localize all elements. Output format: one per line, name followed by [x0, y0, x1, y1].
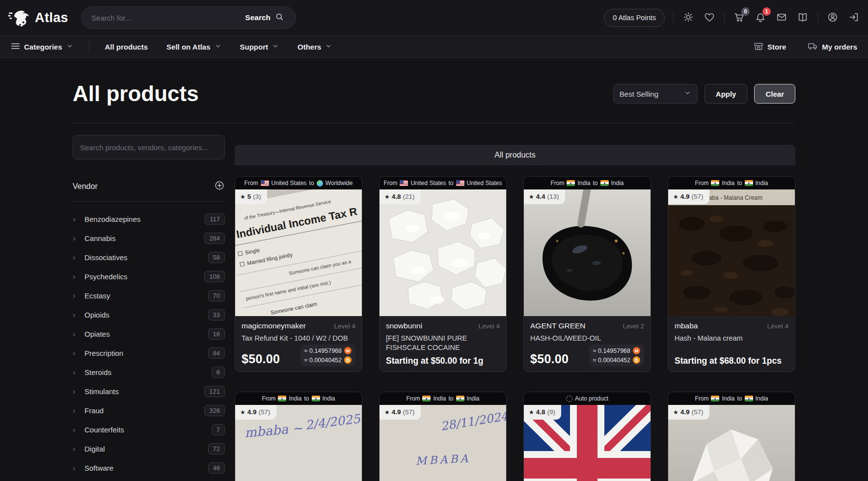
category-stimulants[interactable]: Stimulants121: [73, 382, 225, 401]
nav-my-orders[interactable]: My orders: [805, 41, 860, 53]
product-card[interactable]: From India to India Mbaba - Malana Cream: [668, 176, 795, 372]
category-psychedelics[interactable]: Psychedelics108: [73, 267, 225, 286]
product-info: magicmoneymaker Level 4 Tax Refund Kit -…: [235, 316, 362, 372]
category-digital[interactable]: Digital72: [73, 439, 225, 458]
apply-button[interactable]: Apply: [705, 84, 748, 104]
account-button[interactable]: [826, 11, 839, 25]
chevron-down-icon: [272, 43, 279, 51]
add-vendor-filter-button[interactable]: [214, 180, 225, 192]
bitcoin-icon: [344, 356, 352, 364]
category-fraud[interactable]: Fraud326: [73, 401, 225, 420]
product-price: $50.00: [242, 352, 280, 366]
chevron-right-icon: [73, 311, 81, 319]
product-card[interactable]: From India to India: [668, 392, 795, 481]
rating-badge: 4.9 (57): [235, 405, 276, 420]
header-search[interactable]: Search: [81, 6, 296, 29]
vendor-name[interactable]: AGENT GREEN: [530, 321, 586, 330]
starting-price: Starting at $68.00 for 1pcs: [675, 356, 788, 366]
route-from-name: India: [577, 180, 590, 187]
guides-button[interactable]: [796, 11, 809, 25]
product-card[interactable]: Auto product: [523, 392, 651, 481]
favorites-button[interactable]: [703, 11, 716, 25]
filter-sidebar: Vendor Benzodiazepines117 Cannabis284 Di…: [73, 135, 225, 478]
logout-icon: [848, 12, 859, 24]
product-image[interactable]: mbaba ~ 2/4/2025: [235, 405, 362, 481]
theme-toggle-button[interactable]: [682, 11, 695, 25]
review-count: (9): [547, 408, 556, 416]
chevron-right-icon: [73, 426, 81, 434]
auto-product-header: Auto product: [524, 392, 651, 405]
category-count: 326: [204, 405, 225, 416]
rating-badge: 4.9 (57): [668, 405, 709, 420]
notifications-button[interactable]: 1: [754, 11, 767, 25]
category-benzodiazepines[interactable]: Benzodiazepines117: [73, 210, 225, 229]
product-title[interactable]: HASH-OIL/WEED-OIL: [530, 334, 644, 343]
search-icon: [275, 12, 284, 23]
shipping-route: From India to India: [524, 177, 651, 189]
product-image[interactable]: 28/11/2024 MBABA 4.9 (57): [380, 405, 506, 481]
product-image[interactable]: Mbaba - Malana Cream: [668, 189, 795, 316]
category-ecstasy[interactable]: Ecstasy70: [73, 286, 225, 305]
divider: [673, 12, 674, 24]
product-title[interactable]: Tax Refund Kit - 1040 / W2 / DOB: [242, 334, 355, 343]
header-search-input[interactable]: [90, 13, 237, 23]
category-count: 70: [208, 290, 225, 301]
nav-support[interactable]: Support: [237, 42, 282, 52]
nav-others[interactable]: Others: [295, 42, 335, 52]
category-opiates[interactable]: Opiates16: [73, 324, 225, 344]
route-from-word: From: [550, 180, 564, 187]
filter-search-input[interactable]: [73, 135, 225, 160]
sort-select[interactable]: Best Selling: [613, 84, 698, 104]
grid-tab-all-products[interactable]: All products: [235, 145, 795, 165]
route-to-word: to: [309, 180, 314, 187]
india-flag-icon: [745, 180, 753, 186]
nav-store[interactable]: Store: [751, 41, 789, 53]
product-image[interactable]: 4.8 (21): [380, 189, 506, 316]
vendor-name[interactable]: snowbunni: [386, 321, 422, 330]
category-counterfeits[interactable]: Counterfeits7: [73, 420, 225, 439]
messages-button[interactable]: [775, 11, 788, 25]
category-count: 284: [204, 233, 225, 244]
cart-count-badge: 0: [741, 7, 750, 16]
product-card[interactable]: From India to India: [523, 176, 651, 372]
category-dissociatives[interactable]: Dissociatives58: [73, 248, 225, 267]
product-image[interactable]: 4.8 (9): [524, 405, 651, 481]
category-steroids[interactable]: Steroids6: [73, 363, 225, 382]
truck-icon: [808, 41, 818, 53]
category-cannabis[interactable]: Cannabis284: [73, 229, 225, 248]
mail-icon: [776, 12, 787, 24]
product-image[interactable]: of the Treasury—Internal Revenue Service…: [235, 189, 362, 316]
chevron-right-icon: [73, 387, 81, 396]
vendor-name[interactable]: magicmoneymaker: [242, 321, 306, 330]
vendor-name[interactable]: mbaba: [675, 321, 698, 330]
sun-icon: [683, 12, 694, 24]
store-icon: [754, 41, 763, 53]
atlas-points-pill[interactable]: 0 Atlas Points: [604, 9, 665, 27]
product-image[interactable]: 4.4 (13): [524, 189, 651, 316]
product-image[interactable]: 4.9 (57): [668, 405, 795, 481]
search-button[interactable]: Search: [242, 12, 287, 24]
product-card[interactable]: From India to India mbaba ~ 2/4/2025: [235, 392, 362, 481]
nav-categories[interactable]: Categories: [8, 42, 76, 52]
brand[interactable]: Atlas: [8, 8, 68, 27]
logout-button[interactable]: [847, 11, 860, 25]
rating-badge: 4.4 (13): [524, 189, 565, 204]
cart-button[interactable]: 0: [733, 11, 746, 25]
category-opioids[interactable]: Opioids33: [73, 305, 225, 324]
product-card[interactable]: From India to India 28/11/2024 MBABA: [379, 392, 507, 481]
category-software[interactable]: Software46: [73, 458, 225, 478]
product-card[interactable]: From United States to Worldwide of the T: [235, 176, 362, 372]
nav-all-products[interactable]: All products: [102, 42, 151, 52]
category-prescription[interactable]: Prescription84: [73, 344, 225, 363]
route-to-name: India: [467, 395, 480, 402]
nav-sell-on-atlas[interactable]: Sell on Atlas: [163, 42, 224, 52]
product-title[interactable]: Hash - Malana cream: [675, 334, 788, 343]
rating-value: 4.9: [392, 408, 401, 416]
category-count: 33: [208, 309, 225, 321]
route-to-word: to: [448, 395, 453, 402]
products-section: All products From United States to World…: [235, 135, 795, 481]
product-title[interactable]: [FE] SNOWBUNNI PURE FISHSCALE COCAINE: [386, 334, 500, 352]
product-card[interactable]: From United States to United States: [379, 176, 507, 372]
clear-button[interactable]: Clear: [754, 84, 795, 104]
main-content: All products Best Selling Apply Clear Ve…: [0, 81, 868, 481]
